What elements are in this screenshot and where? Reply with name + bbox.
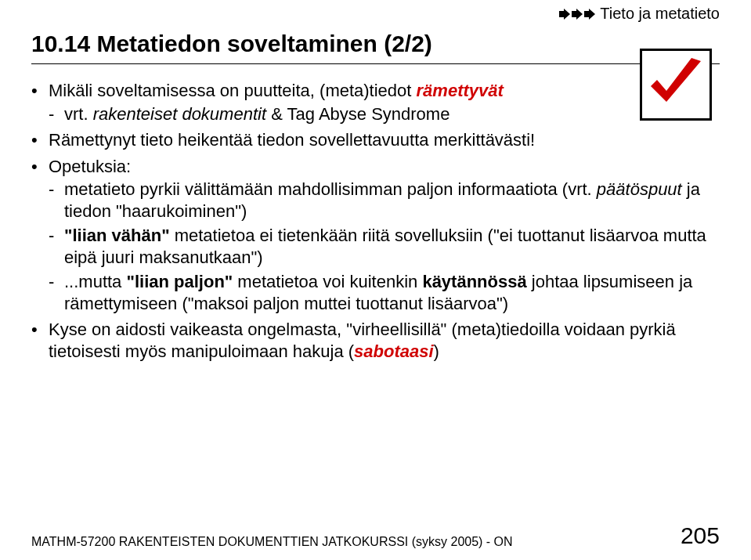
checkmark-icon [644,53,707,116]
emphasis: rämettyvät [417,81,504,100]
bullet-4: Kyse on aidosti vaikeasta ongelmasta, "v… [31,319,720,362]
bullet-1: Mikäli soveltamisessa on puutteita, (met… [31,80,595,125]
emphasis: sabotaasi [354,341,434,361]
bullet-3a: metatieto pyrkii välittämään mahdollisim… [49,179,720,222]
footer: MATHM-57200 RAKENTEISTEN DOKUMENTTIEN JA… [31,522,720,549]
text: metatieto pyrkii välittämään mahdollisim… [64,179,597,199]
text: & Tag Abyse Syndrome [266,104,450,124]
quote: "liian paljon" [126,272,233,291]
text: ...mutta [64,272,126,291]
text: metatietoa voi kuitenkin [233,272,422,291]
text: Opetuksia: [49,157,131,176]
bullet-3b: "liian vähän" metatietoa ei tietenkään r… [49,225,720,268]
text: ) [434,341,439,361]
emphasis: rakenteiset dokumentit [93,104,266,124]
slide: Tieto ja metatieto 10.14 Metatiedon sove… [0,0,751,560]
text: Rämettynyt tieto heikentää tiedon sovell… [49,130,535,150]
checkmark-box [640,49,712,121]
emphasis: käytännössä [422,272,526,291]
bullet-3: Opetuksia: metatieto pyrkii välittämään … [31,156,720,315]
arrow-right-icon [584,9,595,20]
arrow-right-icon [559,9,570,20]
breadcrumb: Tieto ja metatieto [31,5,720,23]
text: vrt. [64,104,93,124]
slide-title: 10.14 Metatiedon soveltaminen (2/2) [31,31,432,57]
breadcrumb-label: Tieto ja metatieto [600,5,720,23]
text: Mikäli soveltamisessa on puutteita, (met… [49,81,417,100]
page-number: 205 [681,522,720,549]
arrow-right-icon [572,9,583,20]
footer-course: MATHM-57200 RAKENTEISTEN DOKUMENTTIEN JA… [31,535,513,549]
bullet-1-sub: vrt. rakenteiset dokumentit & Tag Abyse … [49,103,595,125]
emphasis: päätöspuut [597,179,682,199]
content: Mikäli soveltamisessa on puutteita, (met… [31,80,720,362]
quote: "liian vähän" [64,226,170,245]
slide-title-row: 10.14 Metatiedon soveltaminen (2/2) [31,31,720,64]
bullet-2: Rämettynyt tieto heikentää tiedon sovell… [31,129,595,151]
bullet-3c: ...mutta "liian paljon" metatietoa voi k… [49,271,720,314]
